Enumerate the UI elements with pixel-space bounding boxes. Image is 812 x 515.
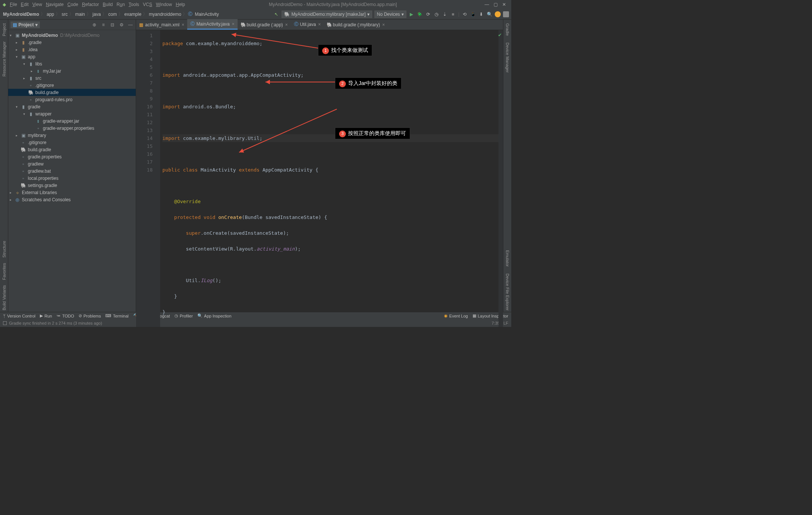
settings-icon[interactable]: ⚙ bbox=[118, 22, 124, 28]
sync-button[interactable]: ⟲ bbox=[462, 11, 468, 17]
tab[interactable]: 🐘build.gradle (:mylibrary)× bbox=[324, 21, 388, 30]
close-tab-icon[interactable]: × bbox=[182, 22, 184, 27]
maximize-button[interactable]: ▢ bbox=[494, 2, 498, 7]
project-tree[interactable]: ▾▣MyAndroidDemoD:\MyAndroidDemo ▸▮.gradl… bbox=[8, 30, 136, 312]
tab-active[interactable]: ⒸMainActivity.java× bbox=[187, 19, 238, 30]
menu-code[interactable]: Code bbox=[66, 1, 80, 8]
tree-row[interactable]: 🐘build.gradle bbox=[8, 146, 136, 153]
menu-file[interactable]: File bbox=[8, 1, 18, 8]
tree-row[interactable]: ▸▣mylibrary bbox=[8, 132, 136, 139]
toolwin-problems[interactable]: ⊘Problems bbox=[79, 313, 101, 318]
crumb[interactable]: MyAndroidDemo bbox=[2, 12, 40, 17]
tree-row[interactable]: ▸⟐External Libraries bbox=[8, 189, 136, 196]
project-view-selector[interactable]: ▤ Project ▾ bbox=[11, 21, 40, 28]
crumb[interactable]: app bbox=[46, 12, 55, 17]
tab[interactable]: ▦activity_main.xml× bbox=[136, 21, 187, 30]
tree-row[interactable]: ▾▮wrapper bbox=[8, 110, 136, 117]
tree-row-selected[interactable]: 🐘build.gradle bbox=[8, 89, 136, 96]
crumb[interactable]: main bbox=[74, 12, 86, 17]
toolwin-device-file-explorer[interactable]: Device File Explorer bbox=[505, 272, 510, 312]
toolwin-version-control[interactable]: ᛘVersion Control bbox=[3, 314, 35, 318]
crumb[interactable]: example bbox=[124, 12, 142, 17]
toolwin-terminal[interactable]: ⌨Terminal bbox=[105, 313, 129, 318]
tree-row[interactable]: ▸▮.gradle bbox=[8, 39, 136, 46]
tree-row[interactable]: ▸⫾myJar.jar bbox=[8, 67, 136, 74]
close-button[interactable]: ✕ bbox=[502, 2, 506, 7]
menu-tools[interactable]: Tools bbox=[127, 1, 141, 8]
expand-all-icon[interactable]: ≡ bbox=[100, 22, 106, 28]
toolwin-structure[interactable]: Structure bbox=[2, 239, 6, 259]
main-menu[interactable]: File Edit View Navigate Code Refactor Bu… bbox=[8, 1, 186, 8]
tree-root[interactable]: ▾▣MyAndroidDemoD:\MyAndroidDemo bbox=[8, 32, 136, 39]
tree-row[interactable]: ▾▮gradle bbox=[8, 103, 136, 110]
toolwindow-toggle-icon[interactable] bbox=[3, 321, 7, 325]
avd-button[interactable]: 📱 bbox=[470, 11, 476, 17]
tab[interactable]: 🐘build.gradle (:app)× bbox=[238, 21, 291, 30]
tree-row[interactable]: ▫proguard-rules.pro bbox=[8, 96, 136, 103]
code-editor[interactable]: 123456789101112131415161718 package com.… bbox=[136, 30, 503, 327]
line-sep-indicator[interactable]: LF bbox=[503, 321, 508, 325]
tree-row[interactable]: ▫gradlew.bat bbox=[8, 167, 136, 175]
menu-vcs[interactable]: VCS bbox=[141, 1, 154, 8]
search-button[interactable]: 🔍 bbox=[486, 11, 492, 17]
toolwin-device-manager[interactable]: Device Manager bbox=[505, 41, 510, 74]
account-icon[interactable] bbox=[503, 11, 509, 17]
crumb[interactable]: myandroiddemo bbox=[148, 12, 182, 17]
tree-row[interactable]: ⫾gradle-wrapper.jar bbox=[8, 117, 136, 125]
crumb[interactable]: src bbox=[61, 12, 68, 17]
tree-row[interactable]: ▾▮libs bbox=[8, 60, 136, 67]
tree-row[interactable]: ▫.gitignore bbox=[8, 82, 136, 89]
select-opened-file-icon[interactable]: ⊕ bbox=[91, 22, 97, 28]
tree-row[interactable]: ▫gradle.properties bbox=[8, 153, 136, 160]
tree-row[interactable]: ▸◎Scratches and Consoles bbox=[8, 196, 136, 203]
toolwin-favorites[interactable]: Favorites bbox=[2, 261, 6, 281]
editor-tabs[interactable]: ▦activity_main.xml× ⒸMainActivity.java× … bbox=[136, 20, 503, 30]
toolwin-project[interactable]: Project bbox=[2, 22, 6, 38]
ide-update-icon[interactable] bbox=[495, 11, 501, 17]
crumb[interactable]: java bbox=[92, 12, 102, 17]
close-tab-icon[interactable]: × bbox=[285, 22, 288, 27]
device-dropdown[interactable]: No Devices ▾ bbox=[374, 11, 406, 18]
close-tab-icon[interactable]: × bbox=[382, 22, 385, 27]
attach-button[interactable]: ⇣ bbox=[442, 11, 448, 17]
collapse-all-icon[interactable]: ⊟ bbox=[109, 22, 115, 28]
toolwin-gradle[interactable]: Gradle bbox=[505, 22, 510, 37]
hide-icon[interactable]: — bbox=[127, 22, 133, 28]
menu-refactor[interactable]: Refactor bbox=[80, 1, 100, 8]
error-stripe[interactable]: ✔ bbox=[498, 30, 503, 327]
tree-row[interactable]: ▫local.properties bbox=[8, 175, 136, 182]
tree-row[interactable]: 🐘settings.gradle bbox=[8, 182, 136, 189]
menu-window[interactable]: Window bbox=[155, 1, 174, 8]
tree-row[interactable]: ▫gradlew bbox=[8, 160, 136, 167]
crumb[interactable]: com bbox=[108, 12, 118, 17]
back-icon[interactable]: ↖ bbox=[273, 11, 279, 17]
tab[interactable]: ⒸUtil.java× bbox=[291, 20, 324, 30]
coverage-button[interactable]: ⟳ bbox=[425, 11, 431, 17]
close-tab-icon[interactable]: × bbox=[318, 22, 321, 27]
toolwin-emulator[interactable]: Emulator bbox=[505, 249, 510, 268]
menu-view[interactable]: View bbox=[31, 1, 44, 8]
breadcrumbs[interactable]: MyAndroidDemo〉 app〉 src〉 main〉 java〉 com… bbox=[2, 11, 220, 17]
toolwin-resource-manager[interactable]: Resource Manager bbox=[2, 40, 6, 78]
crumb[interactable]: MainActivity bbox=[194, 12, 220, 17]
tree-row[interactable]: ▸▮src bbox=[8, 74, 136, 82]
menu-run[interactable]: Run bbox=[115, 1, 126, 8]
toolwin-build-variants[interactable]: Build Variants bbox=[2, 284, 6, 312]
code-content[interactable]: package com.example.myandroiddemo; impor… bbox=[160, 30, 498, 327]
menu-help[interactable]: Help bbox=[174, 1, 186, 8]
toolwin-run[interactable]: ▶Run bbox=[40, 313, 52, 318]
minimize-button[interactable]: — bbox=[485, 2, 489, 7]
run-button[interactable]: ▶ bbox=[409, 11, 415, 17]
profile-button[interactable]: ◷ bbox=[433, 11, 439, 17]
tree-row[interactable]: ▫gradle-wrapper.properties bbox=[8, 125, 136, 132]
sdk-button[interactable]: ⬇ bbox=[478, 11, 484, 17]
tree-row[interactable]: ▫.gitignore bbox=[8, 139, 136, 146]
run-config-dropdown[interactable]: 🐘 MyAndroidDemo:mylibrary [makeJar] ▾ bbox=[282, 11, 372, 18]
tree-row[interactable]: ▸▮.idea bbox=[8, 46, 136, 53]
menu-navigate[interactable]: Navigate bbox=[44, 1, 65, 8]
menu-build[interactable]: Build bbox=[101, 1, 114, 8]
debug-button[interactable]: 🪲 bbox=[417, 11, 423, 17]
tree-row[interactable]: ▾▣app bbox=[8, 53, 136, 60]
toolwin-todo[interactable]: ≔TODO bbox=[56, 313, 74, 318]
stop-button[interactable]: ■ bbox=[450, 11, 456, 17]
